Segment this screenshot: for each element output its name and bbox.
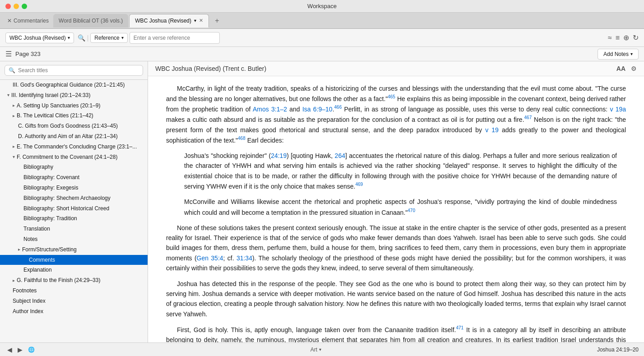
- tab-word-biblical-ot[interactable]: Word Biblical OT (36 vols.): [53, 14, 128, 28]
- verse-reference-input[interactable]: [130, 32, 220, 44]
- chevron-icon: ▾: [13, 154, 15, 160]
- status-nav: ◀ ▶: [5, 346, 24, 353]
- maximize-button[interactable]: [22, 4, 27, 9]
- toc-item-label: Bibliography: Short Historical Creed: [23, 205, 144, 213]
- toc-item-label: A. Setting Up Sanctuaries (20:1–9): [17, 102, 144, 110]
- toc-item-21[interactable]: Subject Index: [0, 296, 148, 306]
- statusbar: ◀ ▶ 🌐 Art ▾ Joshua 24:19–20: [0, 342, 644, 356]
- toc-item-18[interactable]: Explanation: [0, 265, 148, 275]
- pagebar: ☰ Page 323 Add Notes ▾: [0, 47, 644, 61]
- chevron-down-icon: ▾: [194, 18, 196, 23]
- chevron-icon: ▸: [13, 102, 15, 109]
- tab-wbc-joshua[interactable]: WBC Joshua (Revised) ▾ ✕: [129, 14, 209, 28]
- toc-item-16[interactable]: ▸ Form/Structure/Setting: [0, 245, 148, 255]
- chevron-down-icon: ▾: [630, 51, 633, 56]
- book-selector[interactable]: WBC Joshua (Revised) ▾: [5, 32, 74, 43]
- add-tab-button[interactable]: +: [212, 15, 222, 26]
- toc-item-4[interactable]: C. Gifts from God's Goodness (21:43–45): [0, 121, 148, 131]
- toc-item-17[interactable]: Comments: [0, 255, 148, 265]
- toc-item-11[interactable]: Bibliography: Shechem Archaeology: [0, 193, 148, 203]
- toc-item-5[interactable]: D. Authority and Aim of an Altar (22:1–3…: [0, 131, 148, 142]
- toc-item-14[interactable]: Translation: [0, 224, 148, 234]
- toc-item-label: Translation: [23, 225, 144, 233]
- toc-item-1[interactable]: ▾ III. Identifying Israel (20:1–24:33): [0, 90, 148, 101]
- window-title: Workspace: [307, 3, 337, 9]
- settings-icon[interactable]: ⚙: [631, 65, 637, 72]
- toc-item-label: Comments: [29, 256, 144, 264]
- content-area: WBC Joshua (Revised) (Trent c. Butler) A…: [148, 61, 644, 342]
- toc-item-label: Author Index: [13, 308, 144, 315]
- search-icon[interactable]: 🔍: [78, 34, 85, 42]
- menu-icon[interactable]: ☰: [5, 50, 12, 58]
- traffic-lights: [5, 4, 27, 9]
- toc-item-label: Footnotes: [13, 287, 144, 295]
- minimize-button[interactable]: [14, 4, 19, 9]
- main-layout: 🔍 III. God's Geographical Guidance (20:1…: [0, 61, 644, 342]
- toc-item-8[interactable]: Bibliography: [0, 162, 148, 172]
- prev-button[interactable]: ◀: [5, 346, 14, 353]
- refresh-icon[interactable]: ↻: [633, 33, 639, 42]
- toc-item-9[interactable]: Bibliography: Covenant: [0, 172, 148, 183]
- toc-item-22[interactable]: Author Index: [0, 306, 148, 317]
- add-circle-icon[interactable]: ⊕: [623, 33, 629, 42]
- search-box: 🔍 | Reference ▾: [78, 32, 220, 44]
- close-button[interactable]: [5, 4, 11, 9]
- close-icon: ✕: [7, 18, 12, 24]
- toc-item-12[interactable]: Bibliography: Short Historical Creed: [0, 203, 148, 214]
- next-button[interactable]: ▶: [16, 346, 24, 353]
- tab-close-icon[interactable]: ✕: [199, 18, 203, 23]
- toc-item-10[interactable]: Bibliography: Exegesis: [0, 183, 148, 193]
- toolbar-icons: ≈ ≡ ⊕ ↻: [608, 33, 639, 42]
- chevron-icon: ▾: [7, 92, 9, 98]
- add-notes-button[interactable]: Add Notes ▾: [598, 49, 639, 60]
- chevron-icon: ▸: [13, 143, 15, 150]
- sidebar: 🔍 III. God's Geographical Guidance (20:1…: [0, 61, 148, 342]
- toc-item-6[interactable]: ▸ E. The Commander's Concluding Charge (…: [0, 142, 148, 152]
- paragraph-4: Joshua has detected this in the response…: [166, 279, 626, 319]
- toc-item-7[interactable]: ▾ F. Commitment to the Covenant (24:1–28…: [0, 152, 148, 162]
- art-selector[interactable]: Art ▾: [310, 347, 321, 353]
- toc-item-label: E. The Commander's Concluding Charge (23…: [17, 143, 144, 151]
- sidebar-search-input[interactable]: [18, 67, 139, 74]
- toc-item-label: F. Commitment to the Covenant (24:1–28): [17, 153, 144, 161]
- toc-item-19[interactable]: ▸ G. Faithful to the Finish (24:29–33): [0, 275, 148, 286]
- paragraph-0: McCarthy, in light of the treaty traditi…: [166, 83, 626, 145]
- sidebar-search-wrap: 🔍: [5, 65, 143, 76]
- paragraph-1: Joshua's "shocking rejoinder" (24:19) [q…: [184, 151, 617, 191]
- reference-label: Reference: [94, 35, 119, 41]
- toc-item-3[interactable]: ▸ B. The Levitical Cities (21:1–42): [0, 111, 148, 121]
- toc-item-label: D. Authority and Aim of an Altar (22:1–3…: [18, 133, 144, 140]
- globe-icon[interactable]: 🌐: [28, 347, 35, 353]
- toc-item-2[interactable]: ▸ A. Setting Up Sanctuaries (20:1–9): [0, 101, 148, 111]
- toc-item-13[interactable]: Bibliography: Tradition: [0, 213, 148, 224]
- chevron-icon: ▸: [18, 246, 20, 253]
- page-label: Page 323: [15, 51, 41, 57]
- paragraph-5: First, God is holy. This is, aptly enoug…: [166, 324, 626, 342]
- toc-item-label: Bibliography: Covenant: [23, 174, 144, 181]
- search-icon: 🔍: [9, 67, 15, 74]
- list-icon[interactable]: ≡: [616, 34, 620, 42]
- art-label: Art: [310, 347, 317, 353]
- chevron-down-icon: ▾: [121, 35, 124, 40]
- sidebar-search-bar: 🔍: [0, 61, 148, 80]
- toc-item-0[interactable]: III. God's Geographical Guidance (20:1–2…: [0, 80, 148, 90]
- chevron-icon: ▸: [13, 113, 15, 119]
- content-title: WBC Joshua (Revised) (Trent c. Butler): [155, 65, 266, 72]
- toc-item-20[interactable]: Footnotes: [0, 286, 148, 296]
- tab-close-all[interactable]: ✕ Commentaries: [4, 16, 52, 26]
- toc-item-label: Subject Index: [13, 297, 144, 305]
- chevron-down-icon: ▾: [319, 347, 321, 352]
- toc-item-15[interactable]: Notes: [0, 234, 148, 245]
- toc-item-label: G. Faithful to the Finish (24:29–33): [17, 277, 144, 284]
- toc-item-label: III. Identifying Israel (20:1–24:33): [11, 92, 144, 99]
- text-content: McCarthy, in light of the treaty traditi…: [148, 76, 644, 342]
- paragraph-3: None of these solutions takes the presen…: [166, 223, 626, 273]
- tabbar: ✕ Commentaries Word Biblical OT (36 vols…: [0, 13, 644, 29]
- toc-item-label: C. Gifts from God's Goodness (21:43–45): [18, 122, 144, 130]
- squiggle-icon[interactable]: ≈: [608, 34, 612, 42]
- book-selector-label: WBC Joshua (Revised): [9, 35, 66, 41]
- add-notes-label: Add Notes: [603, 51, 629, 57]
- content-controls: AA ⚙: [616, 65, 637, 72]
- reference-dropdown[interactable]: Reference ▾: [90, 33, 127, 43]
- paragraph-2: McConville and Williams likewise accent …: [184, 197, 617, 217]
